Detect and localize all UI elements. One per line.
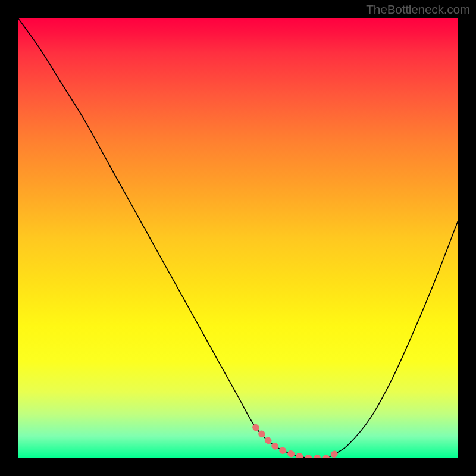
optimal-range-highlight [256,427,335,458]
bottleneck-curve [18,18,458,458]
bottleneck-chart [18,18,458,458]
watermark-text: TheBottleneck.com [366,2,470,17]
curve-group [18,18,458,458]
